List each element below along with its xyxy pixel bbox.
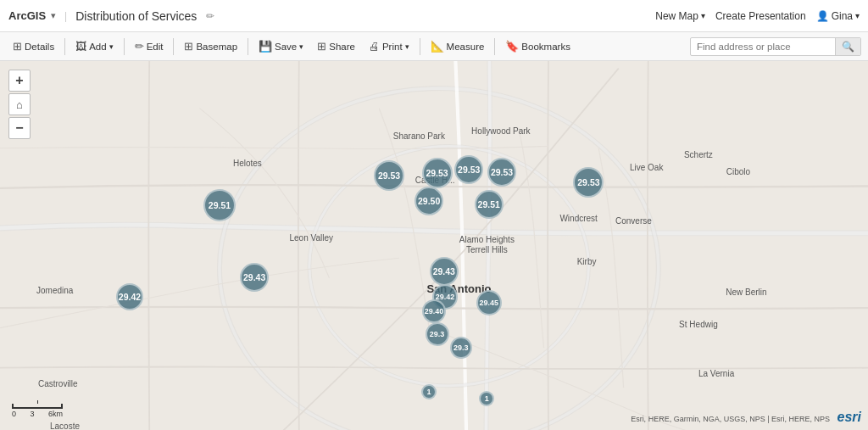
data-point-p16[interactable]: 29.3 (450, 337, 472, 359)
share-icon: ⊞ (317, 40, 326, 53)
print-icon: 🖨 (369, 40, 380, 53)
edit-title-icon[interactable]: ✏ (206, 10, 214, 22)
data-point-p14[interactable]: 29.45 (476, 290, 502, 316)
add-button[interactable]: 🖼 Add ▾ (70, 37, 119, 55)
details-icon: ⊞ (13, 40, 22, 53)
data-point-p11[interactable]: 29.42 (116, 283, 143, 310)
print-dropdown-icon: ▾ (405, 42, 409, 51)
header-right: New Map ▾ Create Presentation 👤 Gina ▾ (655, 10, 860, 22)
edit-button[interactable]: ✏ Edit (129, 37, 170, 55)
new-map-dropdown-icon: ▾ (701, 11, 705, 20)
data-point-p1[interactable]: 29.53 (374, 160, 404, 191)
toolbar-separator (64, 38, 65, 55)
bookmarks-button[interactable]: 🔖 Bookmarks (499, 37, 576, 55)
data-point-p13[interactable]: 29.40 (422, 299, 446, 323)
new-map-button[interactable]: New Map ▾ (655, 10, 705, 22)
user-dropdown-icon: ▾ (855, 11, 860, 20)
toolbar-separator-4 (248, 38, 248, 55)
measure-icon: 📐 (431, 40, 444, 53)
share-button[interactable]: ⊞ Share (311, 37, 361, 55)
map-background (0, 61, 868, 430)
zoom-in-button[interactable]: + (8, 70, 31, 92)
map-title: Distribution of Services (75, 9, 197, 23)
data-point-p3[interactable]: 29.53 (454, 155, 483, 184)
search-input[interactable] (691, 39, 835, 54)
map-controls: + ⌂ − (8, 70, 31, 139)
save-button[interactable]: 💾 Save ▾ (253, 37, 309, 55)
scale-label: 0 3 6km (12, 410, 63, 418)
data-point-p5[interactable]: 29.53 (573, 167, 604, 198)
data-point-p10[interactable]: 29.43 (430, 257, 459, 286)
map-container[interactable]: Sharano ParkHollywood ParkHelotesSchertz… (0, 61, 868, 430)
save-dropdown-icon: ▾ (299, 42, 303, 51)
esri-logo: esri (837, 410, 861, 424)
toolbar-separator-2 (124, 38, 125, 55)
svg-rect-1 (0, 61, 868, 430)
data-point-p2[interactable]: 29.53 (422, 158, 453, 188)
toolbar-separator-6 (494, 38, 495, 55)
scale-label-mid: 3 (30, 410, 34, 418)
data-point-p7[interactable]: 29.50 (415, 187, 443, 215)
scale-bar: 0 3 6km (12, 404, 63, 418)
create-presentation-button[interactable]: Create Presentation (715, 10, 806, 22)
add-icon: 🖼 (75, 40, 86, 53)
data-point-p15[interactable]: 29.3 (426, 322, 449, 346)
basemap-button[interactable]: ⊞ Basemap (178, 37, 243, 55)
basemap-icon: ⊞ (184, 40, 193, 53)
zoom-out-button[interactable]: − (8, 117, 31, 139)
search-box: 🔍 (690, 37, 861, 56)
details-button[interactable]: ⊞ Details (7, 37, 60, 55)
data-point-p18[interactable]: 1 (479, 391, 494, 406)
data-point-p6[interactable]: 29.51 (203, 189, 236, 221)
bookmarks-icon: 🔖 (505, 40, 519, 53)
attribution: Esri, HERE, Garmin, NGA, USGS, NPS | Esr… (631, 410, 861, 425)
print-button[interactable]: 🖨 Print ▾ (363, 37, 415, 55)
toolbar-separator-3 (173, 38, 174, 55)
header-left: ArcGIS ▾ | Distribution of Services ✏ (8, 9, 214, 23)
scale-label-right: 6km (48, 410, 63, 418)
data-point-p17[interactable]: 1 (421, 384, 437, 399)
scale-label-left: 0 (12, 410, 16, 418)
user-menu-button[interactable]: 👤 Gina ▾ (816, 10, 860, 22)
edit-icon: ✏ (135, 40, 144, 53)
home-button[interactable]: ⌂ (8, 93, 31, 115)
add-dropdown-icon: ▾ (109, 42, 114, 51)
search-button[interactable]: 🔍 (835, 38, 860, 55)
save-icon: 💾 (259, 40, 272, 53)
header: ArcGIS ▾ | Distribution of Services ✏ Ne… (0, 0, 868, 32)
toolbar-separator-5 (420, 38, 420, 55)
measure-button[interactable]: 📐 Measure (425, 37, 491, 55)
data-point-p8[interactable]: 29.51 (475, 190, 504, 219)
data-point-p9[interactable]: 29.43 (240, 263, 269, 292)
data-point-p4[interactable]: 29.53 (487, 158, 516, 187)
user-icon: 👤 (816, 10, 829, 22)
scale-bar-line (12, 404, 63, 409)
arcgis-dropdown-icon[interactable]: ▾ (51, 10, 56, 21)
arcgis-logo[interactable]: ArcGIS (8, 9, 46, 22)
toolbar: ⊞ Details 🖼 Add ▾ ✏ Edit ⊞ Basemap 💾 Sav… (0, 32, 868, 61)
